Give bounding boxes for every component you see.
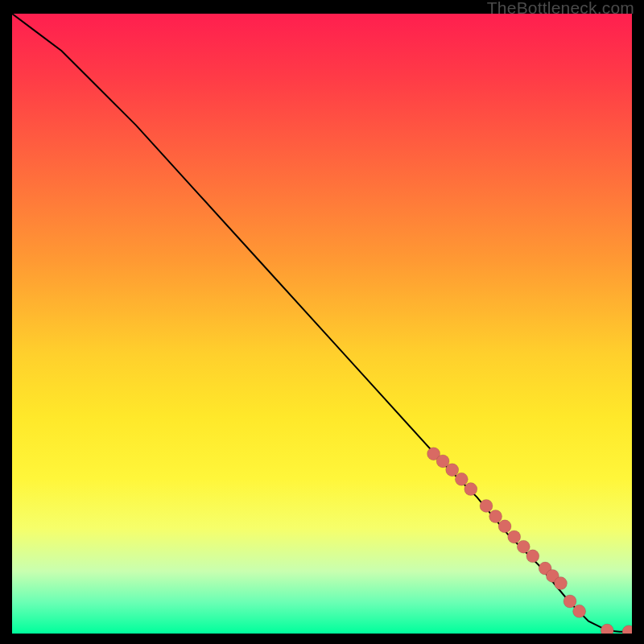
curve-marker (526, 550, 539, 563)
curve-marker (446, 464, 459, 477)
curve-marker (489, 510, 502, 523)
curve-marker (427, 448, 440, 460)
curve-marker (539, 562, 551, 575)
curve-marker (555, 577, 568, 590)
curve-marker (498, 520, 511, 533)
curve-markers (427, 448, 632, 634)
curve-marker (517, 540, 530, 553)
curve-marker (622, 625, 632, 634)
curve-marker (573, 605, 586, 617)
curve-marker (508, 530, 521, 543)
curve-marker (436, 455, 449, 468)
chart-plot-area (12, 14, 632, 634)
curve-marker (480, 499, 493, 512)
curve-marker (601, 624, 613, 634)
curve-marker (546, 569, 559, 582)
curve-marker (464, 483, 477, 496)
bottleneck-curve (12, 14, 632, 632)
chart-frame: TheBottleneck.com (0, 0, 644, 644)
curve-marker (455, 473, 468, 485)
chart-svg (12, 14, 632, 634)
curve-marker (564, 595, 576, 608)
